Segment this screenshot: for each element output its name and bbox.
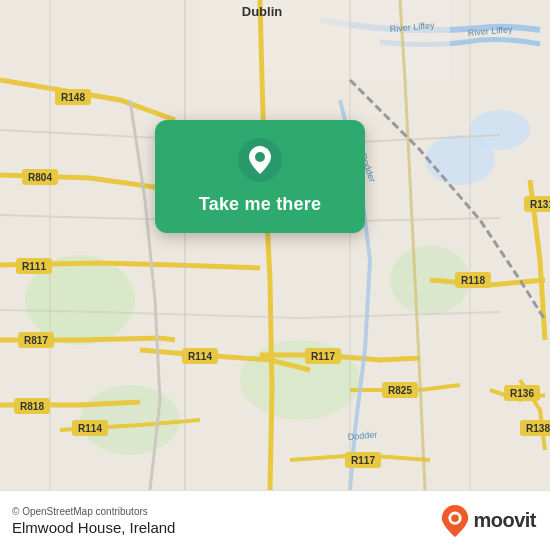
bottom-info: © OpenStreetMap contributors Elmwood Hou… [12,506,175,536]
svg-text:R111: R111 [22,261,46,272]
svg-text:R825: R825 [388,385,412,396]
bottom-bar: © OpenStreetMap contributors Elmwood Hou… [0,490,550,550]
moovit-brand-name: moovit [473,509,536,532]
svg-text:R136: R136 [510,388,534,399]
svg-text:R818: R818 [20,401,44,412]
svg-text:R114: R114 [188,351,212,362]
svg-text:R148: R148 [61,92,85,103]
svg-text:Dublin: Dublin [242,4,282,19]
moovit-pin-icon [441,505,469,537]
svg-text:R117: R117 [351,455,375,466]
svg-point-3 [240,340,360,420]
map-container: Dublin R148 R804 R111 R817 R818 R114 R11… [0,0,550,490]
svg-text:R817: R817 [24,335,48,346]
svg-text:R804: R804 [28,172,52,183]
map-svg: Dublin R148 R804 R111 R817 R818 R114 R11… [0,0,550,490]
svg-text:R117: R117 [311,351,335,362]
take-me-there-button[interactable]: Take me there [199,192,321,217]
location-name: Elmwood House, Ireland [12,519,175,536]
svg-point-45 [452,514,460,522]
svg-text:R131: R131 [530,199,550,210]
moovit-logo: moovit [441,505,536,537]
svg-text:R138: R138 [526,423,550,434]
location-card: Take me there [155,120,365,233]
osm-attribution: © OpenStreetMap contributors [12,506,175,517]
svg-text:R118: R118 [461,275,485,286]
svg-point-6 [470,110,530,150]
svg-point-43 [255,152,265,162]
svg-text:R114: R114 [78,423,102,434]
pin-icon [238,138,282,182]
